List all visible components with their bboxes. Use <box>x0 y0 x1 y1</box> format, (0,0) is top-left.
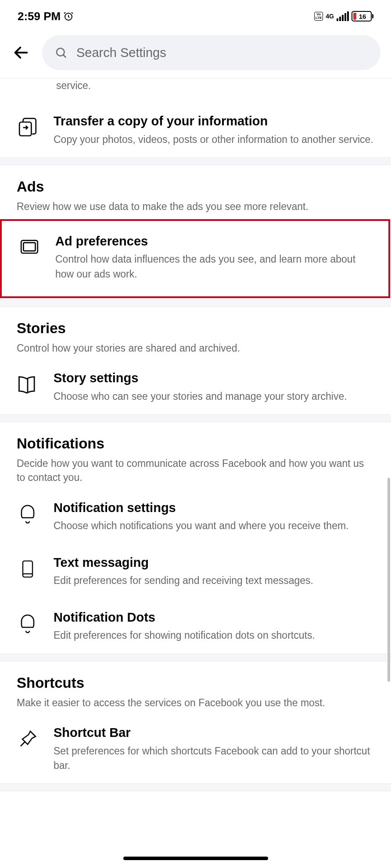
row-subtitle: Control how data influences the ads you … <box>55 252 372 281</box>
section-gap <box>0 299 391 307</box>
section-title: Notifications <box>17 435 374 452</box>
row-title: Transfer a copy of your information <box>54 113 374 130</box>
row-shortcut-bar[interactable]: Shortcut Bar Set preferences for which s… <box>0 714 391 783</box>
section-header-stories: Stories Control how your stories are sha… <box>0 307 391 359</box>
section-gap <box>0 157 391 165</box>
section-title: Shortcuts <box>17 675 374 691</box>
section-gap <box>0 414 391 422</box>
transfer-icon <box>15 115 40 140</box>
row-subtitle: Edit preferences for showing notificatio… <box>54 628 374 643</box>
partial-item-subtext: service. <box>0 78 391 103</box>
status-left: 2:59 PM <box>18 10 74 23</box>
section-title: Ads <box>17 178 374 195</box>
row-title: Shortcut Bar <box>54 725 374 741</box>
row-title: Notification settings <box>54 500 374 516</box>
battery-percent: 16 <box>359 13 366 20</box>
section-header-ads: Ads Review how we use data to make the a… <box>0 165 391 218</box>
volte-icon: VoLTE <box>314 12 323 21</box>
row-ad-preferences[interactable]: Ad preferences Control how data influenc… <box>2 221 388 296</box>
svg-rect-6 <box>23 242 35 251</box>
row-subtitle: Copy your photos, videos, posts or other… <box>54 132 374 147</box>
row-subtitle: Choose who can see your stories and mana… <box>54 389 374 404</box>
status-time: 2:59 PM <box>18 10 61 23</box>
section-subtitle: Decide how you want to communicate acros… <box>17 456 374 484</box>
status-bar: 2:59 PM VoLTE 4G 16 <box>0 0 391 31</box>
svg-line-3 <box>63 55 66 57</box>
book-open-icon <box>15 372 40 397</box>
section-header-notifications: Notifications Decide how you want to com… <box>0 422 391 489</box>
network-type-icon: 4G <box>326 13 334 19</box>
row-transfer-info[interactable]: Transfer a copy of your information Copy… <box>0 103 391 157</box>
svg-rect-8 <box>23 561 32 577</box>
row-subtitle: Edit preferences for sending and receivi… <box>54 573 374 588</box>
row-title: Text messaging <box>54 555 374 571</box>
signal-icon <box>337 11 349 21</box>
svg-rect-4 <box>19 122 31 136</box>
phone-icon <box>15 556 40 582</box>
monitor-icon <box>17 235 42 260</box>
row-text-messaging[interactable]: Text messaging Edit preferences for send… <box>0 544 391 599</box>
highlight-annotation: Ad preferences Control how data influenc… <box>0 219 390 298</box>
home-indicator[interactable] <box>123 857 268 860</box>
arrow-left-icon <box>12 44 30 61</box>
row-title: Ad preferences <box>55 233 372 250</box>
bell-icon <box>15 502 40 527</box>
search-box[interactable] <box>42 35 380 70</box>
section-gap <box>0 783 391 791</box>
row-notification-settings[interactable]: Notification settings Choose which notif… <box>0 489 391 544</box>
section-title: Stories <box>17 320 374 337</box>
search-icon <box>54 46 68 59</box>
search-input[interactable] <box>76 46 368 60</box>
row-title: Story settings <box>54 370 374 387</box>
settings-list[interactable]: service. Transfer a copy of your informa… <box>0 78 391 791</box>
section-subtitle: Review how we use data to make the ads y… <box>17 199 374 213</box>
back-button[interactable] <box>11 42 32 63</box>
section-header-shortcuts: Shortcuts Make it easier to access the s… <box>0 662 391 714</box>
page-header <box>0 31 391 78</box>
alarm-icon <box>63 11 74 21</box>
row-notification-dots[interactable]: Notification Dots Edit preferences for s… <box>0 599 391 654</box>
section-subtitle: Make it easier to access the services on… <box>17 696 374 710</box>
pin-icon <box>15 726 40 752</box>
status-right: VoLTE 4G 16 <box>314 11 373 21</box>
row-story-settings[interactable]: Story settings Choose who can see your s… <box>0 359 391 414</box>
bell-icon <box>15 611 40 637</box>
svg-point-2 <box>57 48 65 56</box>
section-gap <box>0 654 391 662</box>
section-subtitle: Control how your stories are shared and … <box>17 341 374 355</box>
battery-icon: 16 <box>352 11 373 21</box>
row-subtitle: Set preferences for which shortcuts Face… <box>54 744 374 773</box>
row-subtitle: Choose which notifications you want and … <box>54 519 374 533</box>
scrollbar-thumb[interactable] <box>387 478 390 682</box>
row-title: Notification Dots <box>54 609 374 626</box>
